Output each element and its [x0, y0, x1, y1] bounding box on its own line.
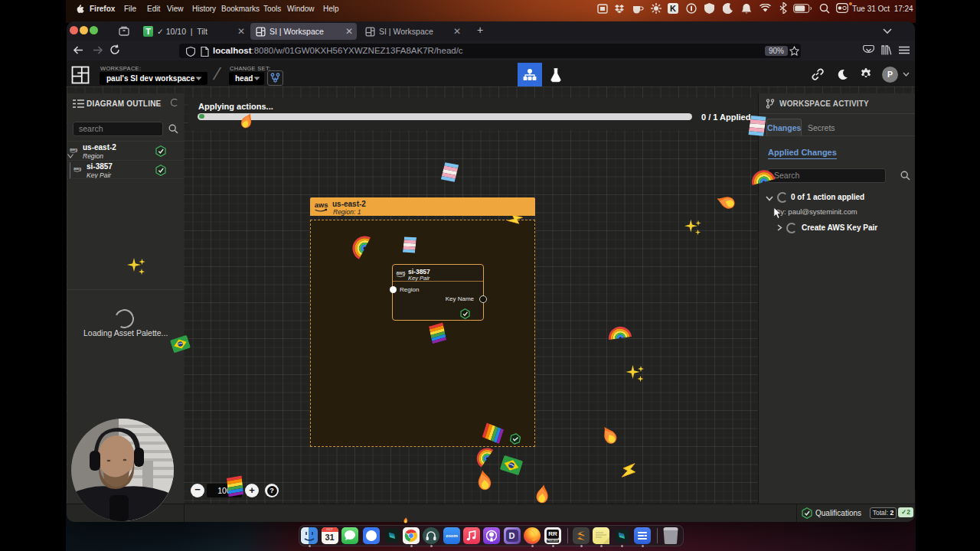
- svg-text:aws: aws: [70, 147, 77, 152]
- svg-text:aws: aws: [74, 166, 81, 171]
- svg-text:aws: aws: [397, 270, 406, 276]
- svg-text:aws: aws: [315, 201, 328, 209]
